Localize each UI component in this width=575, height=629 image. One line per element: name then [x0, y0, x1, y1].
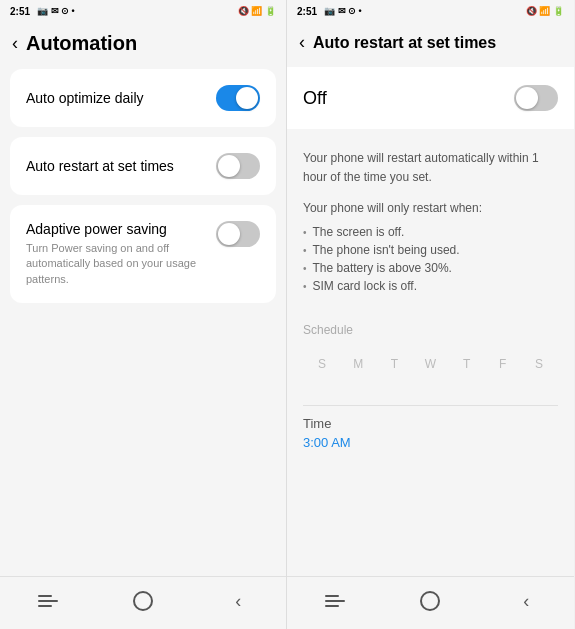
back-nav-icon-right: ‹	[523, 592, 529, 610]
time-left: 2:51	[10, 6, 30, 17]
left-content: Auto optimize daily Auto restart at set …	[0, 69, 286, 576]
day-wednesday[interactable]: W	[415, 349, 445, 379]
auto-optimize-row[interactable]: Auto optimize daily	[10, 69, 276, 127]
auto-restart-row[interactable]: Auto restart at set times	[10, 137, 276, 195]
off-toggle-row[interactable]: Off	[287, 67, 574, 129]
nav-home-right[interactable]	[410, 587, 450, 615]
day-thursday[interactable]: T	[452, 349, 482, 379]
left-screen: 2:51 📷 ✉ ⊙ • 🔇 📶 🔋 ‹ Automation Auto opt…	[0, 0, 287, 629]
bullet-1: •	[303, 227, 307, 238]
right-screen: 2:51 📷 ✉ ⊙ • 🔇 📶 🔋 ‹ Auto restart at set…	[287, 0, 574, 629]
nav-recents-right[interactable]	[315, 587, 355, 615]
home-icon-left	[133, 591, 153, 611]
recents-icon-left	[38, 595, 58, 607]
info-section: Your phone will restart automatically wi…	[287, 135, 574, 309]
adaptive-power-subtitle: Turn Power saving on and off automatical…	[26, 241, 204, 287]
schedule-section: Schedule S M T W T F	[287, 309, 574, 405]
info-text: Your phone will restart automatically wi…	[303, 149, 558, 187]
status-bar-left: 2:51 📷 ✉ ⊙ • 🔇 📶 🔋	[0, 0, 286, 22]
auto-optimize-card: Auto optimize daily	[10, 69, 276, 127]
back-button-left[interactable]: ‹	[12, 33, 18, 54]
auto-optimize-knob	[236, 87, 258, 109]
time-value[interactable]: 3:00 AM	[303, 435, 558, 450]
nav-back-right[interactable]: ‹	[506, 587, 546, 615]
adaptive-power-card: Adaptive power saving Turn Power saving …	[10, 205, 276, 303]
left-page-title: Automation	[26, 32, 137, 55]
time-section: Time 3:00 AM	[287, 406, 574, 460]
nav-home-left[interactable]	[123, 587, 163, 615]
schedule-label: Schedule	[303, 323, 558, 337]
day-sunday[interactable]: S	[307, 349, 337, 379]
nav-recents-left[interactable]	[28, 587, 68, 615]
bullet-2: •	[303, 245, 307, 256]
back-button-right[interactable]: ‹	[299, 32, 305, 53]
condition-4-text: SIM card lock is off.	[313, 279, 417, 293]
left-header: ‹ Automation	[0, 22, 286, 69]
status-right-icons-right: 🔇 📶 🔋	[526, 6, 564, 16]
auto-restart-toggle[interactable]	[216, 153, 260, 179]
condition-3-text: The battery is above 30%.	[313, 261, 452, 275]
day-saturday[interactable]: S	[524, 349, 554, 379]
right-content: Off Your phone will restart automaticall…	[287, 67, 574, 576]
auto-optimize-label: Auto optimize daily	[26, 90, 144, 106]
time-right: 2:51	[297, 6, 317, 17]
condition-4: • SIM card lock is off.	[303, 277, 558, 295]
status-time-right: 2:51 📷 ✉ ⊙ •	[297, 6, 362, 17]
status-icons-left: 📷 ✉ ⊙ •	[37, 6, 75, 16]
adaptive-power-label: Adaptive power saving	[26, 221, 204, 237]
auto-optimize-toggle[interactable]	[216, 85, 260, 111]
off-label: Off	[303, 88, 327, 109]
bottom-nav-right: ‹	[287, 576, 574, 629]
conditions-list: • The screen is off. • The phone isn't b…	[303, 223, 558, 295]
adaptive-power-text: Adaptive power saving Turn Power saving …	[26, 221, 204, 287]
main-toggle-knob-right	[516, 87, 538, 109]
bullet-4: •	[303, 281, 307, 292]
auto-restart-card: Auto restart at set times	[10, 137, 276, 195]
recents-icon-right	[325, 595, 345, 607]
condition-2-text: The phone isn't being used.	[313, 243, 460, 257]
condition-1-text: The screen is off.	[313, 225, 405, 239]
adaptive-power-knob	[218, 223, 240, 245]
day-friday[interactable]: F	[488, 349, 518, 379]
auto-restart-label: Auto restart at set times	[26, 158, 174, 174]
status-right-icons-left: 🔇 📶 🔋	[238, 6, 276, 16]
right-page-title: Auto restart at set times	[313, 34, 496, 52]
back-nav-icon-left: ‹	[235, 592, 241, 610]
nav-back-left[interactable]: ‹	[218, 587, 258, 615]
time-label: Time	[303, 416, 558, 431]
main-toggle-right[interactable]	[514, 85, 558, 111]
status-bar-right: 2:51 📷 ✉ ⊙ • 🔇 📶 🔋	[287, 0, 574, 22]
home-icon-right	[420, 591, 440, 611]
conditions-label: Your phone will only restart when:	[303, 201, 558, 215]
adaptive-power-toggle[interactable]	[216, 221, 260, 247]
status-time-left: 2:51 📷 ✉ ⊙ •	[10, 6, 75, 17]
auto-restart-knob	[218, 155, 240, 177]
days-row: S M T W T F S	[303, 349, 558, 379]
adaptive-power-row[interactable]: Adaptive power saving Turn Power saving …	[10, 205, 276, 303]
bullet-3: •	[303, 263, 307, 274]
status-icons-right: 📷 ✉ ⊙ •	[324, 6, 362, 16]
day-tuesday[interactable]: T	[379, 349, 409, 379]
condition-3: • The battery is above 30%.	[303, 259, 558, 277]
bottom-nav-left: ‹	[0, 576, 286, 629]
condition-2: • The phone isn't being used.	[303, 241, 558, 259]
condition-1: • The screen is off.	[303, 223, 558, 241]
right-header: ‹ Auto restart at set times	[287, 22, 574, 67]
day-monday[interactable]: M	[343, 349, 373, 379]
